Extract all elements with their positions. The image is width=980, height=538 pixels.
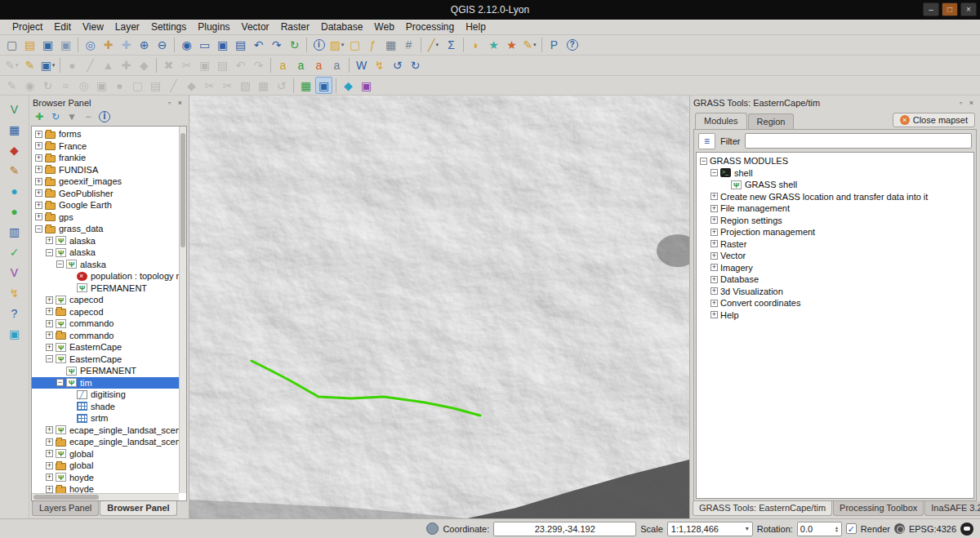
undo-button[interactable]: ↶ [232,57,249,74]
tab-processing-toolbox[interactable]: Processing Toolbox [833,501,924,516]
expander-icon[interactable]: + [35,178,42,185]
label-pin-button[interactable]: a [310,57,327,74]
tree-item[interactable]: + global [32,448,186,460]
copy-features-button[interactable]: ▣ [196,57,213,74]
expander-icon[interactable]: − [56,260,64,268]
toggle-editing-button[interactable]: ✎ [21,57,38,74]
expander-icon[interactable]: − [700,158,707,165]
pan-map-button[interactable]: ✚ [100,37,117,54]
label-toggle-button[interactable]: a [292,57,310,74]
split-features-button[interactable]: ✂ [201,77,218,94]
label-settings-button[interactable]: a [274,57,292,74]
tree-item[interactable]: + Raster [697,238,973,251]
map-tips-button[interactable]: ◗ [467,37,484,54]
tree-item[interactable]: − shell [697,167,973,180]
add-part-button[interactable]: ▣ [93,77,110,94]
rotation-spinner[interactable]: 0.0 ▲▼ [797,522,842,536]
zoom-out-button[interactable]: ⊖ [154,37,171,54]
menu-item[interactable]: Plugins [192,20,235,33]
rotate-feature-button[interactable]: ↻ [39,77,56,94]
scale-tool-button[interactable]: ◆ [340,77,357,94]
tree-item[interactable]: + forms [32,128,186,140]
annotation-button[interactable]: ✎ [521,37,538,54]
close-panel-icon[interactable]: × [175,98,185,108]
maximize-button[interactable]: □ [942,2,958,16]
field-calculator-button[interactable]: # [400,37,417,54]
expander-icon[interactable]: + [710,193,718,200]
construction-mode-button[interactable]: ◉ [21,77,38,94]
tree-item[interactable]: + Region settings [697,215,973,227]
tree-item[interactable]: + commando [32,318,186,330]
delete-ring-button[interactable]: ▢ [129,77,146,94]
pan-to-selection-button[interactable]: ✚ [118,37,135,54]
tree-item[interactable]: srtm [32,412,186,425]
expander-icon[interactable]: + [710,276,718,283]
save-project-as-button[interactable]: ▣ [57,37,74,54]
tab-browser-panel[interactable]: Browser Panel [100,501,176,516]
tree-item[interactable]: + FUNDISA [32,164,186,176]
menu-item[interactable]: Vector [236,20,275,33]
tab-modules[interactable]: Modules [695,113,747,129]
menu-item[interactable]: Project [7,20,48,33]
menu-item[interactable]: Layer [109,20,145,33]
menu-item[interactable]: Processing [400,20,460,33]
tree-item[interactable]: + Create new GRASS location and transfer… [697,191,973,203]
save-edits-button[interactable]: ▣ [39,57,56,74]
tree-item[interactable]: + capecod [32,306,186,318]
add-line-button[interactable]: ╱ [82,57,99,74]
zoom-next-button[interactable]: ↷ [268,37,285,54]
vertical-scrollbar[interactable] [179,127,186,493]
tree-item[interactable]: + alaska [32,235,186,247]
enable-advanced-digitizing-button[interactable]: ✎ [3,77,20,94]
expander-icon[interactable]: + [35,189,42,197]
expander-icon[interactable]: + [46,450,53,457]
tree-item[interactable]: + Google Earth [32,199,186,211]
whats-this-button[interactable]: ? [5,304,24,322]
close-mapset-button[interactable]: × Close mapset [893,113,975,127]
expander-icon[interactable]: + [710,311,718,318]
expander-icon[interactable]: + [710,252,718,260]
zoom-to-selection-button[interactable]: ▣ [214,37,231,54]
merge-features-button[interactable]: ▨ [237,77,254,94]
show-bookmarks-button[interactable]: ★ [503,37,520,54]
menu-item[interactable]: Database [315,20,368,33]
scale-combobox[interactable]: 1:1,128,466 [667,522,753,536]
minimize-button[interactable]: – [923,2,939,16]
tree-item[interactable]: − EasternCape [32,353,186,366]
grass-modules-root[interactable]: − GRASS MODULES [697,155,973,167]
identify-button[interactable]: i [310,37,327,54]
add-polygon-button[interactable]: ▲ [100,57,117,74]
snapping-grid-button[interactable]: ▦ [297,77,314,94]
tree-item[interactable]: − alaska [32,247,186,259]
tree-item[interactable]: + EasternCape [32,341,186,353]
menu-item[interactable]: Help [460,20,492,33]
expander-icon[interactable]: + [710,240,718,247]
spinner-arrows-icon[interactable]: ▲▼ [835,526,839,532]
split-parts-button[interactable]: ✂ [219,77,236,94]
redo-button[interactable]: ↷ [250,57,267,74]
menu-item[interactable]: View [77,20,109,33]
attribute-table-button[interactable]: ▦ [382,37,399,54]
expander-icon[interactable]: + [35,142,42,149]
node-tool-button[interactable]: ◆ [136,57,153,74]
expander-icon[interactable]: − [35,225,42,233]
fill-ring-button[interactable]: ● [111,77,128,94]
properties-widget-button[interactable]: i [97,109,112,124]
add-selected-layer-button[interactable]: ✚ [32,109,47,124]
simplify-feature-button[interactable]: ≈ [57,77,74,94]
tree-item[interactable]: + frankie [32,152,186,164]
expander-icon[interactable]: − [710,169,718,176]
menu-item[interactable]: Edit [48,20,77,33]
tree-item-tim[interactable]: − tim [32,377,186,389]
tree-item[interactable]: + geoexif_images [32,176,186,188]
float-panel-icon[interactable]: ▫ [164,98,175,108]
tree-item[interactable]: + Help [697,309,973,322]
tree-item[interactable]: + ecape_single_landsat_scene [32,425,186,437]
delete-part-button[interactable]: ▤ [147,77,164,94]
tree-item[interactable]: + File management [697,202,973,215]
select-by-expression-button[interactable]: ƒ [364,37,381,54]
expander-icon[interactable]: − [46,249,53,256]
coordinate-input[interactable]: 23.299,-34.192 [493,522,636,536]
map-canvas[interactable] [189,96,689,518]
expander-icon[interactable]: − [46,355,53,362]
